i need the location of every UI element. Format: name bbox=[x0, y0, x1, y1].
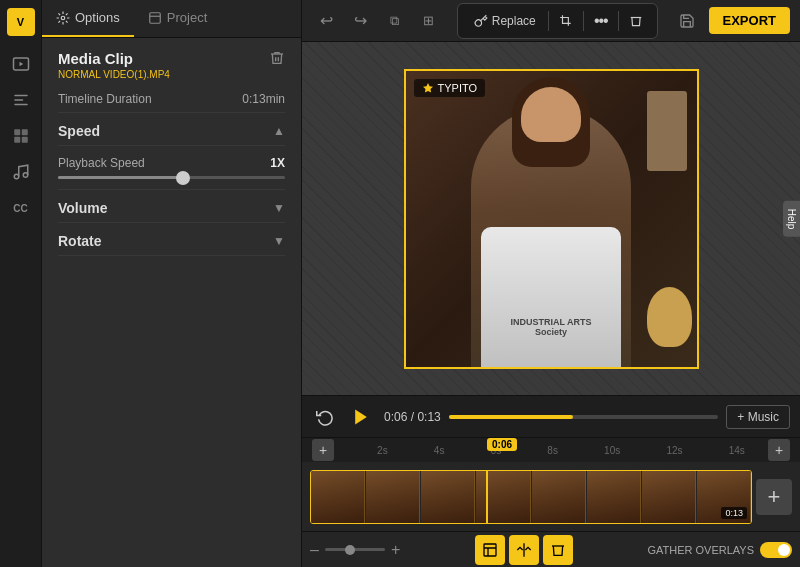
toolbar-divider-3 bbox=[618, 11, 619, 31]
gather-overlays: GATHER OVERLAYS bbox=[647, 542, 792, 558]
sidebar-icon-elements[interactable] bbox=[5, 120, 37, 152]
timeline-add-clip-button[interactable]: + bbox=[756, 479, 792, 515]
svg-marker-10 bbox=[355, 409, 367, 424]
tab-options[interactable]: Options bbox=[42, 0, 134, 37]
ruler-mark-8s: 8s bbox=[547, 445, 558, 456]
zoom-slider-thumb bbox=[345, 545, 355, 555]
time-display: 0:06 / 0:13 bbox=[384, 410, 441, 424]
shirt-text: INDUSTRIAL ARTSSociety bbox=[491, 317, 611, 337]
ruler-marks: 2s 4s 6s 8s 10s 12s 14s bbox=[334, 445, 768, 456]
toggle-thumb bbox=[778, 544, 790, 556]
timeline-track: 0:13 + bbox=[302, 462, 800, 531]
media-clip-header: Media Clip NORMAL VIDEO(1).MP4 bbox=[58, 50, 285, 80]
replace-label: Replace bbox=[492, 14, 536, 28]
clip-thumb-5 bbox=[532, 471, 586, 523]
restart-button[interactable] bbox=[312, 404, 338, 430]
player-controls: 0:06 / 0:13 + Music bbox=[302, 395, 800, 437]
delete-clip-button[interactable] bbox=[543, 535, 573, 565]
main-area: ↩ ↪ ⧉ ⊞ Replace bbox=[302, 0, 800, 567]
person-face bbox=[521, 87, 581, 142]
volume-section-header[interactable]: Volume ▼ bbox=[58, 190, 285, 223]
replace-button[interactable]: Replace bbox=[466, 10, 544, 32]
playhead-line bbox=[486, 471, 488, 523]
panel-content: Media Clip NORMAL VIDEO(1).MP4 Timeline … bbox=[42, 38, 301, 268]
undo-button[interactable]: ↩ bbox=[312, 7, 340, 35]
sidebar-icon-media[interactable] bbox=[5, 48, 37, 80]
tab-project[interactable]: Project bbox=[134, 0, 221, 37]
music-button[interactable]: + Music bbox=[726, 405, 790, 429]
duplicate-button[interactable]: ⧉ bbox=[380, 7, 408, 35]
playback-speed-value: 1X bbox=[270, 156, 285, 170]
help-button[interactable]: Help bbox=[783, 200, 800, 237]
ruler-mark-2s: 2s bbox=[377, 445, 388, 456]
ruler-mark-4s: 4s bbox=[434, 445, 445, 456]
playhead-label: 0:06 bbox=[487, 438, 517, 451]
volume-section: Volume ▼ bbox=[58, 190, 285, 223]
rotate-section-header[interactable]: Rotate ▼ bbox=[58, 223, 285, 256]
trim-button[interactable] bbox=[475, 535, 505, 565]
timeline-add-end-button[interactable]: + bbox=[768, 439, 790, 461]
zoom-in-button[interactable]: + bbox=[391, 541, 400, 559]
volume-title: Volume bbox=[58, 200, 108, 216]
sidebar-icon-text[interactable] bbox=[5, 84, 37, 116]
rotate-section: Rotate ▼ bbox=[58, 223, 285, 256]
icon-sidebar: V CC bbox=[0, 0, 42, 567]
ruler-mark-10s: 10s bbox=[604, 445, 620, 456]
logo: V bbox=[7, 8, 35, 36]
speed-slider-container bbox=[58, 176, 285, 179]
toolbar-right: EXPORT bbox=[673, 7, 790, 35]
delete-button[interactable] bbox=[623, 8, 649, 34]
clip-duration-badge: 0:13 bbox=[721, 507, 747, 519]
split-button[interactable] bbox=[509, 535, 539, 565]
speed-chevron-icon: ▲ bbox=[273, 124, 285, 138]
speed-slider-thumb[interactable] bbox=[176, 171, 190, 185]
svg-marker-9 bbox=[423, 83, 433, 93]
video-frame[interactable]: INDUSTRIAL ARTSSociety TYPITO bbox=[404, 69, 699, 369]
rotate-chevron-icon: ▼ bbox=[273, 234, 285, 248]
clip-thumb-6 bbox=[587, 471, 641, 523]
save-button[interactable] bbox=[673, 7, 701, 35]
svg-rect-4 bbox=[21, 137, 27, 143]
svg-point-6 bbox=[23, 173, 28, 178]
app: V CC bbox=[0, 0, 800, 567]
media-clip-subtitle: NORMAL VIDEO(1).MP4 bbox=[58, 69, 170, 80]
speed-content: Playback Speed 1X bbox=[58, 146, 285, 190]
shirt bbox=[481, 227, 621, 367]
svg-point-7 bbox=[61, 16, 65, 20]
timeline-add-start-button[interactable]: + bbox=[312, 439, 334, 461]
video-placeholder: INDUSTRIAL ARTSSociety bbox=[406, 71, 697, 367]
progress-bar[interactable] bbox=[449, 415, 719, 419]
delete-media-icon[interactable] bbox=[269, 50, 285, 70]
timeline-duration-label: Timeline Duration bbox=[58, 92, 152, 106]
svg-rect-2 bbox=[21, 129, 27, 135]
play-button[interactable] bbox=[346, 402, 376, 432]
media-clip-info: Media Clip NORMAL VIDEO(1).MP4 bbox=[58, 50, 170, 80]
crop-button[interactable] bbox=[553, 8, 579, 34]
zoom-slider[interactable] bbox=[325, 548, 385, 551]
gather-overlays-toggle[interactable] bbox=[760, 542, 792, 558]
clip-thumb-3 bbox=[421, 471, 475, 523]
sidebar-icon-captions[interactable]: CC bbox=[5, 192, 37, 224]
clip-thumb-2 bbox=[366, 471, 420, 523]
timeline-bottom: – + bbox=[302, 531, 800, 567]
volume-chevron-icon: ▼ bbox=[273, 201, 285, 215]
more-button[interactable]: ••• bbox=[588, 8, 614, 34]
svg-rect-1 bbox=[14, 129, 20, 135]
toolbar-divider-1 bbox=[548, 11, 549, 31]
speed-section-header[interactable]: Speed ▲ bbox=[58, 113, 285, 146]
track-clips[interactable]: 0:13 bbox=[310, 470, 752, 524]
timeline-ruler: + 2s 4s 6s 8s 10s 12s 14s + 0:06 bbox=[302, 438, 800, 462]
sidebar-icon-audio[interactable] bbox=[5, 156, 37, 188]
grid-button[interactable]: ⊞ bbox=[414, 7, 442, 35]
timeline-duration-value: 0:13min bbox=[242, 92, 285, 106]
speed-slider-track[interactable] bbox=[58, 176, 285, 179]
ruler-mark-12s: 12s bbox=[666, 445, 682, 456]
export-button[interactable]: EXPORT bbox=[709, 7, 790, 34]
toolbar-left: ↩ ↪ ⧉ ⊞ bbox=[312, 7, 442, 35]
svg-rect-11 bbox=[484, 544, 496, 556]
zoom-out-button[interactable]: – bbox=[310, 541, 319, 559]
redo-button[interactable]: ↪ bbox=[346, 7, 374, 35]
clip-tools bbox=[475, 535, 573, 565]
svg-rect-3 bbox=[14, 137, 20, 143]
canvas-area: INDUSTRIAL ARTSSociety TYPITO Help bbox=[302, 42, 800, 395]
